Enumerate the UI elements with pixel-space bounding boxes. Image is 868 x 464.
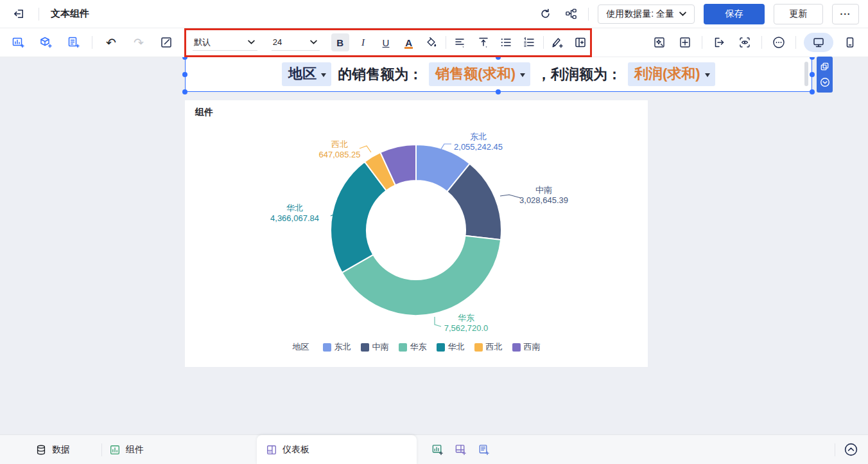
divider [543, 36, 544, 49]
legend-item-西北[interactable]: 西北 [474, 341, 503, 353]
data-volume-dropdown[interactable]: 使用数据量: 全量 [598, 4, 695, 24]
component-action-panel [817, 57, 833, 93]
divider [101, 443, 102, 456]
refresh-icon[interactable] [537, 6, 553, 22]
legend-label: 东北 [334, 341, 351, 353]
font-size-select[interactable]: 24 [272, 34, 320, 51]
collapse-down-icon[interactable] [820, 77, 830, 87]
legend-swatch [323, 343, 331, 352]
more-button[interactable]: ··· [832, 4, 859, 24]
format-brush-add-icon[interactable] [549, 33, 567, 51]
top-bar: 文本组件 使用数据量: 全量 保存 更新 ··· [0, 0, 868, 28]
legend-item-西南[interactable]: 西南 [512, 341, 541, 353]
chevron-down-icon [679, 12, 686, 16]
add-view-icon[interactable] [431, 443, 444, 456]
desktop-view-toggle[interactable] [804, 33, 833, 52]
legend-item-中南[interactable]: 中南 [361, 341, 389, 353]
resize-handle-se[interactable] [810, 89, 815, 94]
page-title: 文本组件 [51, 8, 89, 20]
slice-label-huabei: 华北 4,366,067.84 [256, 203, 334, 224]
tab-component[interactable]: 组件 [109, 435, 144, 464]
duplicate-icon[interactable] [820, 62, 829, 71]
preview-eye-icon[interactable] [736, 33, 754, 51]
dimension-chip[interactable]: 地区 [282, 62, 331, 86]
resize-handle-e[interactable] [810, 72, 815, 77]
component-scrollbar[interactable] [804, 62, 808, 86]
bold-button[interactable]: B [331, 33, 349, 51]
legend-label: 中南 [372, 341, 389, 353]
phone-icon [844, 36, 856, 49]
chevron-down-icon [705, 73, 710, 77]
divider [588, 8, 589, 21]
legend-label: 西北 [486, 341, 503, 353]
save-button[interactable]: 保存 [704, 4, 765, 24]
legend-item-华北[interactable]: 华北 [437, 341, 465, 353]
export-icon[interactable] [710, 33, 728, 51]
legend-title: 地区 [293, 341, 309, 353]
dashboard-canvas[interactable]: 地区 的销售额为： 销售额(求和) ，利润额为： 利润(求和) 组 [0, 57, 868, 434]
measure-chip-profit[interactable]: 利润(求和) [628, 62, 715, 86]
monitor-icon [812, 36, 825, 49]
chart-component[interactable]: 组件 东北 2,055,242.45 中南 3,028,645.39 华东 7,… [185, 100, 648, 367]
redo-icon[interactable]: ↷ [130, 33, 148, 51]
slice-label-xibei: 西北 647,085.25 [304, 139, 376, 160]
font-color-button[interactable]: A [400, 33, 418, 51]
chevron-down-icon [520, 73, 525, 77]
chart-legend: 地区 东北中南华东华北西北西南 [185, 341, 648, 353]
resize-handle-sw[interactable] [182, 89, 187, 94]
add-dashboard-icon[interactable] [455, 443, 467, 456]
add-chart-component-icon[interactable] [9, 33, 27, 51]
outline-flow-icon[interactable] [562, 6, 579, 22]
tab-dashboard-active[interactable]: 仪表板 [257, 435, 417, 464]
divider [92, 36, 92, 49]
legend-label: 华东 [410, 341, 427, 353]
edit-icon[interactable] [157, 33, 175, 51]
add-text-component-icon[interactable] [64, 33, 82, 51]
undo-icon[interactable]: ↶ [102, 33, 120, 51]
chevron-down-icon [248, 40, 255, 44]
legend-swatch [399, 343, 407, 352]
database-icon [35, 444, 47, 456]
legend-item-东北[interactable]: 东北 [323, 341, 351, 353]
chevron-down-icon [321, 73, 326, 77]
underline-button[interactable]: U [377, 33, 395, 51]
font-toolbar: 默认 24 B I U A [186, 28, 589, 57]
vertical-align-icon[interactable] [474, 33, 492, 51]
update-button[interactable]: 更新 [774, 4, 823, 24]
divider [39, 8, 39, 21]
slice-label-zhongnan: 中南 3,028,645.39 [505, 185, 583, 206]
resize-handle-s[interactable] [496, 89, 501, 94]
horizontal-align-icon[interactable] [451, 33, 469, 51]
toolbar-row: ↶ ↷ 默认 24 B I U A [0, 28, 868, 57]
mobile-view-toggle[interactable] [841, 33, 859, 51]
add-report-icon[interactable] [478, 443, 490, 456]
add-cube-component-icon[interactable] [37, 33, 55, 51]
numbered-list-icon[interactable] [520, 33, 538, 51]
slice-label-dongbei: 东北 2,055,242.45 [439, 132, 517, 152]
legend-label: 西南 [524, 341, 541, 353]
back-icon[interactable] [10, 6, 27, 22]
dashboard-grid-icon [266, 444, 277, 456]
static-text: 的销售额为： [338, 65, 422, 84]
more-circle-icon[interactable] [770, 33, 788, 51]
bottom-bar: 数据 组件 仪表板 [0, 434, 868, 464]
legend-item-华东[interactable]: 华东 [399, 341, 427, 353]
collapse-panel-button[interactable] [844, 442, 858, 457]
measure-chip-sales[interactable]: 销售额(求和) [429, 62, 530, 86]
tab-data[interactable]: 数据 [35, 435, 70, 464]
bullet-list-icon[interactable] [497, 33, 515, 51]
fill-color-icon[interactable] [422, 33, 440, 51]
resize-handle-w[interactable] [182, 72, 187, 77]
beautify-style-icon[interactable] [650, 33, 668, 51]
legend-label: 华北 [448, 341, 465, 353]
divider [446, 36, 446, 49]
grid-layout-icon[interactable] [676, 33, 694, 51]
text-component[interactable]: 地区 的销售额为： 销售额(求和) ，利润额为： 利润(求和) [185, 57, 812, 92]
font-family-select[interactable]: 默认 [193, 34, 257, 51]
legend-swatch [474, 343, 483, 352]
legend-swatch [361, 343, 369, 352]
insert-panel-icon[interactable] [571, 33, 589, 51]
divider [795, 36, 796, 49]
legend-swatch [512, 343, 521, 352]
italic-button[interactable]: I [354, 33, 372, 51]
